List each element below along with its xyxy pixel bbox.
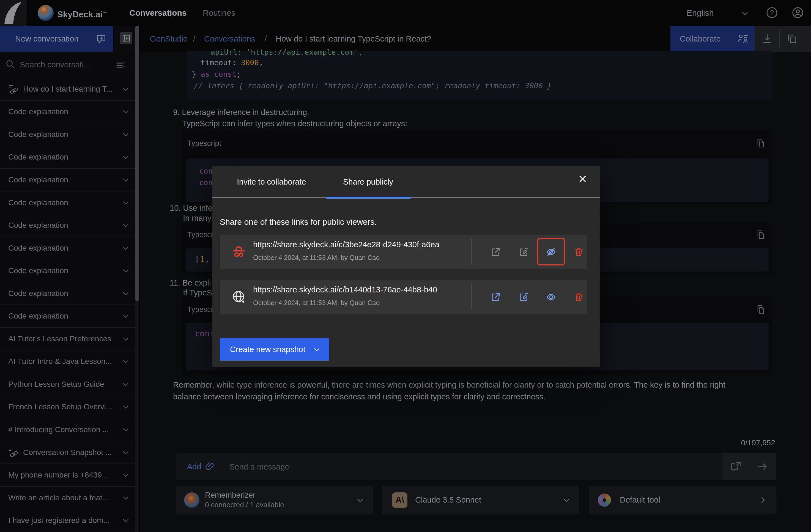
filter-icon[interactable] <box>116 59 126 70</box>
chevron-down-icon[interactable] <box>121 493 131 503</box>
chevron-down-icon[interactable] <box>121 425 131 434</box>
chevron-down-icon[interactable] <box>121 289 131 298</box>
sidebar-item-conversation[interactable]: Code explanation <box>0 146 135 169</box>
chevron-down-icon[interactable] <box>121 152 131 162</box>
send-button[interactable] <box>749 453 776 480</box>
conversation-search[interactable]: Search conversati... <box>0 52 135 78</box>
help-icon[interactable] <box>766 6 778 19</box>
nav-tab-conversations[interactable]: Conversations <box>129 0 186 26</box>
snapshot-link-icon <box>8 448 19 457</box>
sidebar-item-conversation[interactable]: How do I start learning T... <box>0 78 135 101</box>
sidebar-item-conversation[interactable]: Python Lesson Setup Guide <box>0 373 135 396</box>
create-new-snapshot-button[interactable]: Create new snapshot <box>220 338 329 361</box>
sidebar-item-conversation[interactable]: Code explanation <box>0 214 135 237</box>
sidebar-item-conversation[interactable]: AI Tutor's Lesson Preferences <box>0 328 135 350</box>
new-conversation-button[interactable]: New conversation <box>0 26 113 52</box>
sidebar-item-conversation[interactable]: # Introducing Conversation ... <box>0 419 135 441</box>
close-icon[interactable]: ✕ <box>578 173 587 185</box>
chevron-down-icon[interactable] <box>121 470 131 480</box>
sidebar-item-conversation[interactable]: Conversation Snapshot ... <box>0 441 135 464</box>
copy-link-icon[interactable] <box>519 292 529 302</box>
chevron-down-icon[interactable] <box>121 448 131 457</box>
chevron-down-icon[interactable] <box>121 380 131 389</box>
chevron-down-icon[interactable] <box>121 130 131 139</box>
token-counter: 0/197,952 <box>741 439 775 447</box>
chevron-down-icon[interactable] <box>121 221 131 230</box>
copy-conversation-icon[interactable] <box>786 33 798 45</box>
language-selector[interactable]: English <box>687 0 714 26</box>
chevron-down-icon[interactable] <box>121 516 131 525</box>
sidebar-item-conversation[interactable]: Code explanation <box>0 192 135 214</box>
download-icon[interactable] <box>761 33 773 45</box>
sidebar-item-conversation[interactable]: AI Tutor Intro & Java Lesson... <box>0 350 135 373</box>
code-line: } as const; <box>192 70 241 78</box>
copy-code-icon[interactable] <box>755 229 766 241</box>
sidebar-item-conversation[interactable]: Code explanation <box>0 123 135 146</box>
message-input[interactable] <box>229 453 643 481</box>
chevron-down-icon[interactable] <box>121 334 131 344</box>
row-divider <box>471 284 472 309</box>
sidebar-item-conversation[interactable]: My phone number is +8439... <box>0 464 135 487</box>
share-link-meta: October 4 2024, at 11:53 AM, by Quan Cao <box>253 299 380 307</box>
sidebar-item-conversation[interactable]: Write an article about a feat... <box>0 487 135 510</box>
sidebar-item-conversation[interactable]: Code explanation <box>0 237 135 260</box>
new-conversation-label: New conversation <box>15 26 79 52</box>
sidebar-item-label: My phone number is +8439... <box>8 471 121 480</box>
sidebar-item-conversation[interactable]: Code explanation <box>0 259 135 282</box>
breadcrumb-genstudio[interactable]: GenStudio <box>150 26 188 52</box>
chevron-down-icon[interactable] <box>562 495 571 505</box>
chevron-down-icon[interactable] <box>121 402 131 411</box>
chevron-down-icon[interactable] <box>121 357 131 366</box>
chevron-down-icon[interactable] <box>121 198 131 208</box>
chevron-down-icon[interactable] <box>121 311 131 321</box>
row-divider <box>471 239 472 264</box>
chevron-down-icon[interactable] <box>121 243 131 253</box>
delete-link-icon[interactable] <box>573 292 584 302</box>
sidebar-item-label: Code explanation <box>8 244 121 253</box>
copy-link-icon[interactable] <box>519 247 529 257</box>
chevron-down-icon[interactable] <box>740 8 750 18</box>
search-icon <box>5 59 16 70</box>
sidebar-item-conversation[interactable]: I have just registered a dom... <box>0 509 135 532</box>
eye-slash-icon[interactable] <box>546 247 556 257</box>
account-icon[interactable] <box>792 6 804 19</box>
chevron-down-icon[interactable] <box>121 266 131 275</box>
delete-link-icon[interactable] <box>573 247 584 257</box>
chevron-down-icon[interactable] <box>121 107 131 116</box>
tool-selector-card[interactable]: Default tool <box>589 486 776 514</box>
sidebar-item-label: AI Tutor Intro & Java Lesson... <box>8 357 121 366</box>
sidebar-scrollbar-thumb[interactable] <box>135 26 139 301</box>
share-link-url[interactable]: https://share.skydeck.ai/c/3be24e28-d249… <box>253 240 467 249</box>
copy-code-icon[interactable] <box>755 137 766 149</box>
sidebar-item-conversation[interactable]: French Lesson Setup Overvi... <box>0 396 135 419</box>
rememberizer-card[interactable]: Rememberizer 0 connected / 1 available <box>176 486 373 514</box>
chevron-down-icon[interactable] <box>355 495 365 505</box>
copy-code-icon[interactable] <box>755 304 766 316</box>
open-link-icon[interactable] <box>490 247 501 257</box>
search-input[interactable]: Search conversati... <box>20 52 111 78</box>
chevron-down-icon[interactable] <box>121 85 131 94</box>
paperclip-icon[interactable] <box>205 461 215 472</box>
model-selector-card[interactable]: A\ Claude 3.5 Sonnet <box>382 486 579 514</box>
collaborate-button[interactable]: Collaborate <box>670 26 754 52</box>
sail-logo-tile[interactable] <box>0 0 27 26</box>
active-tab-underline <box>326 197 411 199</box>
sidebar-item-conversation[interactable]: Code explanation <box>0 282 135 305</box>
nav-tab-routines[interactable]: Routines <box>203 0 235 26</box>
sidebar-item-conversation[interactable]: Code explanation <box>0 169 135 192</box>
send-to-new-chat-button[interactable] <box>722 453 749 480</box>
tab-invite-to-collaborate[interactable]: Invite to collaborate <box>237 166 306 198</box>
share-link-url[interactable]: https://share.skydeck.ai/c/b1440d13-76ae… <box>253 285 467 294</box>
tab-share-publicly[interactable]: Share publicly <box>343 166 393 198</box>
code-line: timeout: 3000, <box>192 58 263 67</box>
add-attachment-button[interactable]: Add <box>187 453 201 480</box>
sidebar-collapse-icon[interactable] <box>120 32 132 44</box>
eye-icon[interactable] <box>546 292 556 302</box>
sidebar-item-conversation[interactable]: Code explanation <box>0 101 135 123</box>
skydeck-logo-icon <box>38 5 53 21</box>
sidebar-item-conversation[interactable]: Code explanation <box>0 305 135 328</box>
open-link-icon[interactable] <box>490 292 501 302</box>
chevron-right-icon[interactable] <box>758 495 768 505</box>
chevron-down-icon[interactable] <box>121 175 131 185</box>
sidebar-item-label: AI Tutor's Lesson Preferences <box>8 334 121 343</box>
